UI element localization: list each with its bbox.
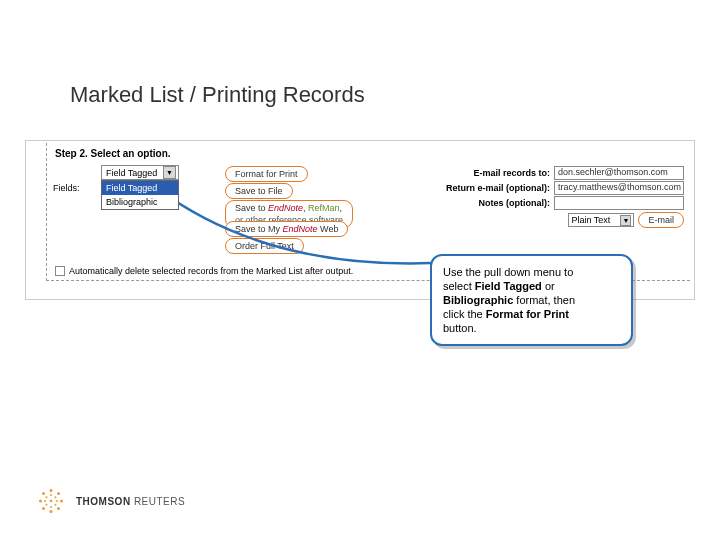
svg-point-7 [39,500,42,503]
format-select[interactable]: Field Tagged ▼ [101,165,179,180]
notes-input[interactable] [554,196,684,210]
svg-point-10 [55,496,57,498]
svg-point-14 [46,504,48,506]
svg-point-4 [57,507,60,510]
format-option-biblio[interactable]: Bibliographic [102,195,178,209]
format-select-value: Field Tagged [106,168,157,178]
svg-point-2 [57,492,60,495]
email-to-input[interactable]: don.sechler@thomson.com [554,166,684,180]
brand-text: THOMSON REUTERS [76,496,185,507]
format-option-tagged[interactable]: Field Tagged [102,181,178,195]
svg-point-3 [60,500,63,503]
svg-point-17 [50,500,53,503]
svg-point-12 [55,504,57,506]
step-header: Step 2. Select an option. [55,148,684,159]
notes-label: Notes (optional): [479,198,551,208]
svg-point-15 [44,500,46,502]
callout-pointer [153,184,463,284]
thomson-reuters-logo-icon [36,486,66,516]
return-email-input[interactable]: tracy.matthews@thomson.com [554,181,684,195]
svg-point-13 [50,506,52,508]
email-column: E-mail records to: don.sechler@thomson.c… [445,165,684,254]
svg-point-5 [50,510,53,513]
format-dropdown: Field Tagged Bibliographic [101,180,179,210]
page-title: Marked List / Printing Records [70,82,365,108]
svg-point-1 [50,489,53,492]
svg-point-16 [46,496,48,498]
email-format-value: Plain Text [571,215,610,225]
fields-label: Fields: [53,183,80,193]
email-button[interactable]: E-mail [638,212,684,228]
svg-point-6 [42,507,45,510]
svg-point-8 [42,492,45,495]
email-to-label: E-mail records to: [473,168,550,178]
email-format-select[interactable]: Plain Text ▼ [568,213,634,227]
instruction-callout: Use the pull down menu to select Field T… [430,254,633,346]
svg-point-9 [50,494,52,496]
chevron-down-icon: ▼ [620,215,631,226]
footer-brand: THOMSON REUTERS [36,486,185,516]
chevron-down-icon: ▼ [163,166,176,179]
format-for-print-button[interactable]: Format for Print [225,166,308,182]
auto-delete-checkbox[interactable] [55,266,65,276]
svg-point-11 [56,500,58,502]
